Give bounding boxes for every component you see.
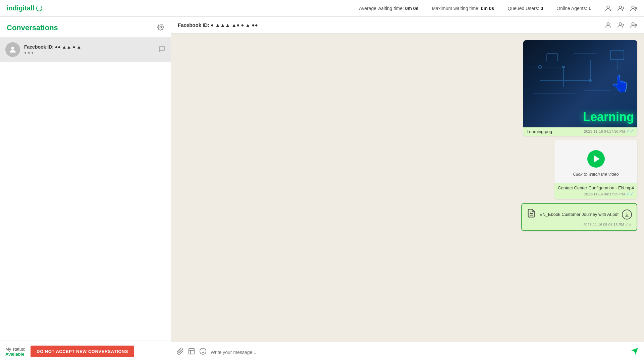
transfer-icon[interactable]	[617, 21, 625, 29]
svg-point-13	[632, 22, 634, 25]
double-check-icon-3: ✓✓	[625, 222, 632, 227]
do-not-accept-button[interactable]: DO NOT ACCEPT NEW CONVERSATIONS	[31, 346, 134, 357]
download-button[interactable]	[622, 209, 632, 220]
max-waiting-stat: Maximum waiting time: 0m 0s	[432, 6, 494, 11]
conversation-list: Facebook ID: ●● ▲▲ ● ▲ ● ● ●	[0, 38, 171, 341]
logo-text: indigitall	[7, 4, 34, 12]
stats-area: Average waiting time: 0m 0s Maximum wait…	[359, 6, 591, 11]
document-icon	[527, 208, 536, 220]
conversation-item[interactable]: Facebook ID: ●● ▲▲ ● ▲ ● ● ●	[0, 38, 171, 62]
chat-header: Facebook ID: ● ▲▲▲ ▲● ● ▲ ●●	[171, 17, 644, 34]
image-timestamp: 2023-11-16 04:17:36 PM ✓✓	[584, 129, 634, 134]
attachment-icon[interactable]	[176, 348, 184, 357]
messages-container: 👆 Learning Learning.png 2023-11-16 04:17…	[171, 34, 644, 342]
refresh-icon[interactable]	[36, 5, 42, 11]
video-filename: Contact Center Configuration - EN.mp4	[558, 185, 634, 190]
chat-header-icons	[604, 21, 637, 29]
video-timestamp: 2023-11-16 04:37:39 PM ✓✓	[558, 191, 634, 196]
sidebar: Conversations Facebook ID: ●● ▲▲ ● ▲ ● ●…	[0, 17, 171, 362]
my-status-label: My status:	[5, 347, 25, 352]
learning-label: Learning	[583, 110, 634, 124]
avg-waiting-stat: Average waiting time: 0m 0s	[359, 6, 418, 11]
play-triangle-icon	[594, 155, 600, 163]
template-icon[interactable]	[188, 348, 195, 357]
chat-area: Facebook ID: ● ▲▲▲ ▲● ● ▲ ●●	[171, 17, 644, 362]
conv-sub: ● ● ●	[24, 50, 155, 55]
double-check-icon-2: ✓✓	[626, 191, 634, 196]
video-message: Click to watch the video Contact Center …	[554, 140, 637, 199]
online-agents-stat: Online Agents: 1	[556, 6, 591, 11]
double-check-icon: ✓✓	[626, 129, 634, 134]
chat-header-title: Facebook ID: ● ▲▲▲ ▲● ● ▲ ●●	[178, 22, 600, 28]
svg-point-18	[562, 66, 565, 68]
status-label-area: My status: Available	[5, 347, 25, 357]
video-message-footer: Contact Center Configuration - EN.mp4 20…	[554, 183, 637, 199]
pdf-row: EN_Ebook Customer Journey with AI.pdf	[527, 208, 632, 220]
main-content: Conversations Facebook ID: ●● ▲▲ ● ▲ ● ●…	[0, 17, 644, 362]
topbar: indigitall Average waiting time: 0m 0s M…	[0, 0, 644, 17]
emoji-icon[interactable]	[199, 348, 207, 357]
close-user-icon[interactable]	[630, 5, 637, 12]
sidebar-title: Conversations	[7, 23, 58, 32]
video-placeholder: Click to watch the video	[554, 140, 637, 183]
logo-area: indigitall	[7, 4, 42, 12]
close-conversation-icon[interactable]	[630, 21, 637, 29]
queued-users-stat: Queued Users: 0	[507, 6, 543, 11]
pdf-message: EN_Ebook Customer Journey with AI.pdf 20…	[521, 203, 637, 231]
image-preview: 👆 Learning	[523, 40, 637, 127]
send-button[interactable]	[631, 347, 639, 357]
video-caption: Click to watch the video	[573, 172, 619, 177]
status-bar: My status: Available DO NOT ACCEPT NEW C…	[0, 341, 171, 362]
svg-rect-23	[610, 50, 624, 60]
play-button[interactable]	[587, 150, 605, 168]
svg-point-10	[619, 22, 622, 25]
add-user-icon[interactable]	[617, 5, 625, 12]
image-message: 👆 Learning Learning.png 2023-11-16 04:17…	[523, 40, 637, 136]
svg-point-4	[632, 6, 634, 8]
sidebar-header: Conversations	[0, 17, 171, 38]
image-message-footer: Learning.png 2023-11-16 04:17:36 PM ✓✓	[523, 127, 637, 136]
pdf-timestamp: 2023-11-16 05:08:13 PM ✓✓	[527, 222, 632, 227]
svg-point-7	[160, 26, 162, 28]
chat-bubble-icon[interactable]	[159, 46, 165, 54]
message-input[interactable]	[211, 350, 627, 355]
svg-point-1	[619, 6, 622, 8]
svg-point-9	[607, 22, 609, 25]
gear-button[interactable]	[157, 24, 164, 32]
svg-rect-24	[547, 54, 557, 61]
status-value: Available	[5, 352, 25, 357]
svg-point-0	[607, 6, 609, 8]
svg-point-8	[11, 47, 14, 50]
topbar-actions	[604, 5, 637, 12]
chat-input-area	[171, 342, 644, 362]
hand-decoration: 👆	[610, 74, 631, 93]
image-filename: Learning.png	[527, 129, 552, 134]
conv-info: Facebook ID: ●● ▲▲ ● ▲ ● ● ●	[24, 44, 155, 55]
user-icon[interactable]	[604, 5, 612, 12]
user-profile-icon[interactable]	[604, 21, 612, 29]
conv-name: Facebook ID: ●● ▲▲ ● ▲	[24, 44, 155, 50]
svg-point-35	[200, 348, 206, 354]
svg-rect-32	[189, 348, 195, 354]
avatar	[5, 42, 20, 57]
pdf-filename: EN_Ebook Customer Journey with AI.pdf	[539, 212, 619, 217]
